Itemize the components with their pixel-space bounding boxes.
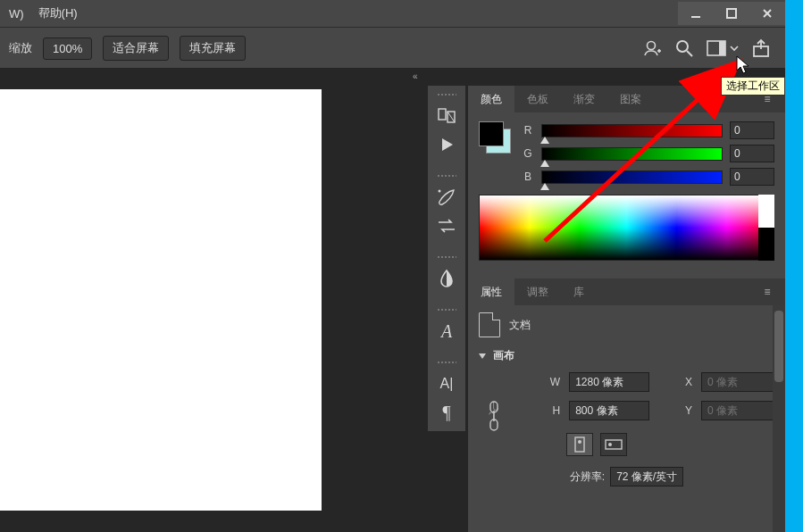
channel-b-label: B (522, 170, 534, 183)
props-panel-body: 文档 画布 W 1280 像素 X 0 像素 H (468, 305, 785, 532)
window-maximize-button[interactable] (714, 2, 749, 25)
canvas-section-label: 画布 (493, 348, 514, 363)
fit-screen-button[interactable]: 适合屏幕 (103, 36, 169, 61)
window-close-button[interactable] (749, 2, 785, 25)
paragraph-icon[interactable]: ¶ (432, 399, 461, 426)
svg-rect-10 (719, 41, 725, 55)
panels-dock: 颜色 色板 渐变 图案 ≡ R (468, 86, 785, 532)
panel-grip[interactable] (437, 255, 456, 260)
chevron-down-icon (479, 353, 486, 359)
tab-swatches[interactable]: 色板 (514, 86, 561, 112)
document-icon (479, 312, 500, 337)
resolution-input[interactable]: 72 像素/英寸 (610, 467, 683, 486)
orientation-portrait-button[interactable] (566, 433, 593, 456)
svg-rect-1 (727, 9, 736, 18)
work-area: « A (0, 68, 785, 532)
x-label: X (658, 376, 692, 388)
orientation-landscape-button[interactable] (600, 433, 627, 456)
canvas-section-header[interactable]: 画布 (479, 348, 774, 363)
swap-brush-icon[interactable] (432, 212, 461, 239)
tab-library[interactable]: 库 (561, 278, 597, 305)
tab-pattern[interactable]: 图案 (607, 86, 654, 112)
height-input[interactable]: 800 像素 (569, 401, 649, 420)
channel-r-label: R (522, 124, 534, 137)
panel-collapse-handle[interactable]: « (389, 71, 428, 81)
workspace-panel-icon (707, 40, 726, 56)
svg-line-8 (687, 51, 692, 56)
menu-help[interactable]: 帮助(H) (33, 5, 83, 21)
cloud-user-icon[interactable] (642, 38, 662, 58)
width-input[interactable]: 1280 像素 (569, 372, 649, 392)
workspace-tooltip: 选择工作区 (721, 77, 785, 96)
maximize-icon (725, 7, 738, 20)
minimize-icon (690, 7, 702, 20)
collapsed-panel-strip: A A| ¶ (428, 86, 465, 431)
options-bar: 缩放 100% 适合屏幕 填充屏幕 (0, 27, 785, 69)
panel-grip[interactable] (437, 361, 456, 365)
zoom-label: 缩放 (9, 40, 32, 56)
resolution-label: 分辨率: (570, 470, 605, 485)
channel-g-slider[interactable] (541, 147, 723, 161)
channel-r-input[interactable]: 0 (730, 121, 774, 139)
zoom-value-field[interactable]: 100% (43, 37, 92, 60)
height-label: H (523, 404, 560, 417)
y-input: 0 像素 (701, 401, 774, 420)
tab-adjust[interactable]: 调整 (514, 278, 561, 305)
x-input: 0 像素 (701, 372, 774, 392)
channel-b-input[interactable]: 0 (730, 168, 774, 186)
tab-properties[interactable]: 属性 (468, 278, 514, 305)
window-minimize-button[interactable] (678, 2, 714, 25)
svg-rect-21 (606, 440, 622, 449)
menu-window-stub[interactable]: W) (4, 7, 29, 21)
brush-icon[interactable] (432, 184, 461, 211)
fg-bg-swatch[interactable] (479, 121, 511, 154)
svg-point-4 (648, 42, 656, 50)
tab-color[interactable]: 颜色 (468, 86, 514, 112)
svg-rect-0 (691, 16, 700, 18)
width-label: W (523, 376, 560, 388)
props-panel-menu-icon[interactable]: ≡ (757, 286, 785, 298)
type-a-icon[interactable]: A (432, 318, 461, 345)
tab-gradient[interactable]: 渐变 (561, 86, 607, 112)
titlebar: W) 帮助(H) (0, 0, 785, 27)
channel-r-slider[interactable] (541, 124, 723, 137)
droplet-icon[interactable] (432, 265, 461, 292)
workspace-switcher[interactable] (707, 40, 739, 56)
history-icon[interactable] (432, 103, 461, 129)
svg-point-15 (439, 190, 441, 193)
panel-grip[interactable] (437, 308, 456, 312)
close-icon (761, 7, 774, 20)
chevron-down-icon (730, 45, 739, 52)
fg-color-swatch[interactable] (479, 121, 504, 146)
landscape-icon (605, 438, 623, 451)
document-label: 文档 (509, 318, 531, 333)
channel-g-label: G (522, 147, 534, 160)
svg-rect-13 (439, 109, 446, 120)
color-spectrum[interactable] (479, 195, 774, 261)
type-ai-icon[interactable]: A| (432, 370, 461, 397)
channel-b-slider[interactable] (541, 170, 723, 184)
svg-point-20 (578, 440, 581, 444)
portrait-icon (573, 436, 586, 453)
document-canvas[interactable] (0, 89, 322, 511)
color-panel-body: R 0 G 0 B 0 (468, 112, 785, 271)
channel-g-input[interactable]: 0 (730, 145, 774, 162)
svg-rect-19 (575, 437, 584, 452)
panel-grip[interactable] (437, 174, 456, 179)
y-label: Y (658, 404, 692, 417)
panel-grip[interactable] (437, 93, 456, 97)
share-icon[interactable] (751, 38, 771, 58)
svg-point-22 (608, 443, 612, 446)
play-icon[interactable] (432, 131, 461, 158)
props-panel-header: 属性 调整 库 ≡ (468, 278, 785, 305)
props-scrollbar[interactable] (773, 305, 785, 532)
fill-screen-button[interactable]: 填充屏幕 (180, 36, 246, 61)
svg-point-7 (677, 41, 688, 52)
search-icon[interactable] (674, 38, 694, 58)
link-dimensions-icon[interactable] (488, 396, 500, 438)
